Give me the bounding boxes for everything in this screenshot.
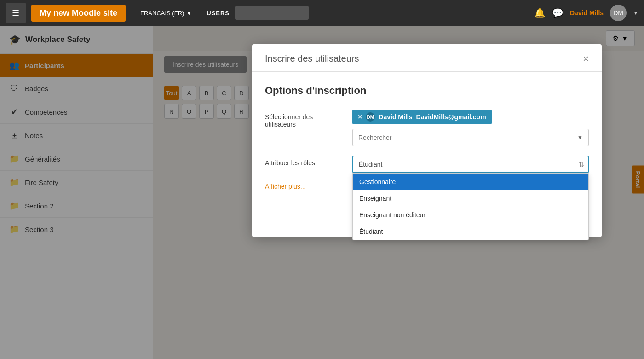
role-item-enseignant-non-editeur[interactable]: Enseignant non éditeur: [353, 207, 588, 223]
afficher-plus-link[interactable]: Afficher plus...: [265, 183, 305, 190]
top-search-input[interactable]: [235, 6, 309, 20]
avatar[interactable]: DM: [610, 5, 627, 21]
topnav-right-area: 🔔 💬 David Mills DM ▼: [534, 5, 638, 21]
user-menu-caret-icon[interactable]: ▼: [633, 10, 638, 16]
selected-user-tag: × DM David Mills DavidMills@gmail.com: [352, 110, 492, 124]
top-navigation: ☰ My new Moodle site FRANCAIS (FR) ▼ USE…: [0, 0, 644, 26]
selected-user-name: David Mills: [379, 113, 412, 121]
tag-avatar: DM: [366, 112, 375, 122]
role-item-etudiant[interactable]: Étudiant: [353, 223, 588, 240]
selected-user-email: DavidMills@gmail.com: [416, 113, 486, 121]
tag-remove-button[interactable]: ×: [358, 113, 362, 121]
roles-dropdown-menu: Gestionnaire Enseignant Enseignant non é…: [352, 173, 589, 240]
site-brand[interactable]: My new Moodle site: [31, 5, 126, 22]
select-users-row: Sélectionner des utilisateurs × DM David…: [265, 110, 589, 146]
hamburger-menu[interactable]: ☰: [6, 3, 26, 23]
enroll-users-modal: Inscrire des utilisateurs × Options d'in…: [252, 44, 602, 237]
select-users-field: × DM David Mills DavidMills@gmail.com ▼: [352, 110, 589, 146]
user-search-input[interactable]: [353, 134, 572, 141]
role-item-gestionnaire[interactable]: Gestionnaire: [353, 174, 588, 190]
modal-close-button[interactable]: ×: [583, 54, 589, 64]
roles-label: Attribuer les rôles: [265, 156, 343, 167]
language-selector[interactable]: FRANCAIS (FR) ▼: [140, 10, 192, 17]
modal-section-title: Options d'inscription: [265, 85, 589, 97]
roles-row: Attribuer les rôles Étudiant ⇅ Gestionna…: [265, 156, 589, 173]
roles-select[interactable]: Étudiant: [352, 156, 589, 173]
search-dropdown-arrow-icon: ▼: [572, 134, 588, 141]
hamburger-icon: ☰: [12, 8, 19, 18]
main-layout: 🎓 Workplace Safety 👥 Participants 🛡 Badg…: [0, 26, 644, 359]
user-search-box[interactable]: ▼: [352, 129, 589, 146]
modal-header: Inscrire des utilisateurs ×: [252, 44, 602, 72]
user-display-name[interactable]: David Mills: [570, 9, 604, 17]
role-item-enseignant[interactable]: Enseignant: [353, 190, 588, 207]
select-users-label: Sélectionner des utilisateurs: [265, 110, 343, 128]
notifications-bell-icon[interactable]: 🔔: [534, 7, 546, 18]
roles-field: Étudiant ⇅ Gestionnaire Enseignant Ensei…: [352, 156, 589, 173]
modal-body: Options d'inscription Sélectionner des u…: [252, 72, 602, 200]
users-label: USERS: [207, 10, 230, 17]
modal-header-title: Inscrire des utilisateurs: [265, 53, 359, 64]
roles-select-wrapper: Étudiant ⇅ Gestionnaire Enseignant Ensei…: [352, 156, 589, 173]
chat-icon[interactable]: 💬: [552, 7, 564, 18]
